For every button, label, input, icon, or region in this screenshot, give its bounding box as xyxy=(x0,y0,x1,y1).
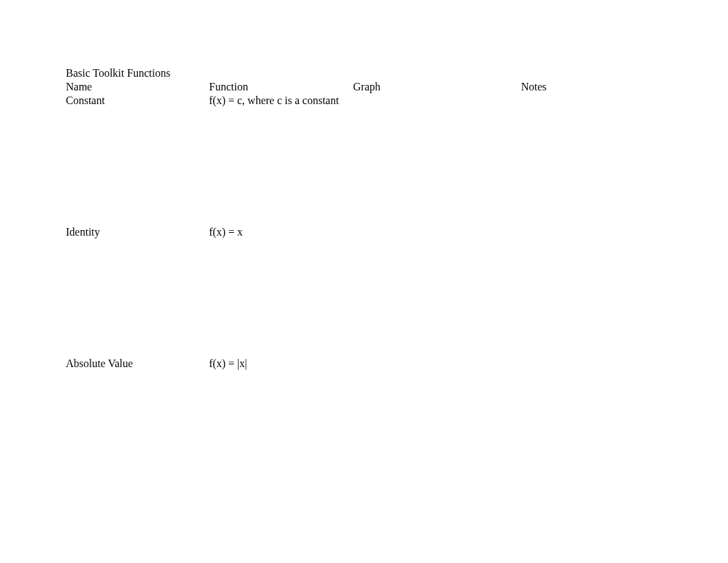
cell-function: f(x) = x xyxy=(209,226,353,358)
cell-notes xyxy=(521,358,658,491)
document-title: Basic Toolkit Functions xyxy=(66,67,728,79)
table-row: Constant f(x) = c, where c is a constant xyxy=(66,95,658,226)
cell-notes xyxy=(521,226,658,358)
header-graph: Graph xyxy=(353,81,521,95)
functions-table: Name Function Graph Notes Constant f(x) … xyxy=(66,81,658,491)
cell-graph xyxy=(353,358,521,491)
header-notes: Notes xyxy=(521,81,658,95)
cell-name: Identity xyxy=(66,226,209,358)
table-row: Identity f(x) = x xyxy=(66,226,658,358)
table-row: Absolute Value f(x) = |x| xyxy=(66,358,658,491)
header-function: Function xyxy=(209,81,353,95)
cell-notes xyxy=(521,95,658,226)
header-name: Name xyxy=(66,81,209,95)
cell-name: Absolute Value xyxy=(66,358,209,491)
cell-function: f(x) = |x| xyxy=(209,358,353,491)
cell-graph xyxy=(353,95,521,226)
cell-name: Constant xyxy=(66,95,209,226)
cell-graph xyxy=(353,226,521,358)
table-header-row: Name Function Graph Notes xyxy=(66,81,658,95)
cell-function: f(x) = c, where c is a constant xyxy=(209,95,353,226)
